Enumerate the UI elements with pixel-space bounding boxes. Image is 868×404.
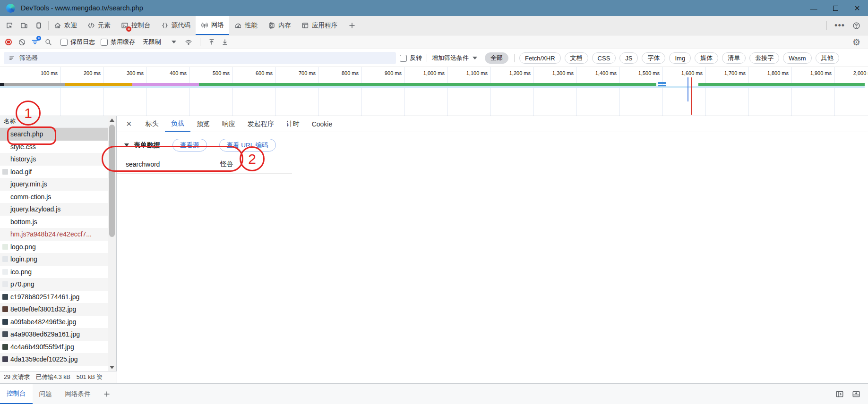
name-column-header[interactable]: 名称 — [0, 116, 116, 127]
network-row[interactable]: comm-ction.js — [0, 191, 108, 203]
more-filters-dropdown-icon[interactable] — [473, 57, 477, 59]
drawer-tab-issues[interactable]: 问题 — [33, 384, 59, 404]
detail-tab-cookie[interactable]: Cookie — [306, 116, 339, 132]
filter-chip-other[interactable]: 其他 — [816, 52, 839, 64]
expand-drawer-icon[interactable] — [852, 390, 860, 398]
network-row[interactable]: c1978b8025174461.jpg — [0, 291, 108, 303]
network-row[interactable]: p70.png — [0, 278, 108, 291]
network-row[interactable]: history.js — [0, 153, 108, 166]
filter-chip-js[interactable]: JS — [619, 52, 638, 64]
search-button[interactable] — [42, 36, 55, 48]
filter-row: 筛选器 反转 增加筛选条件 全部 Fetch/XHR文档CSSJS字体Img媒体… — [0, 49, 868, 67]
filter-input[interactable]: 筛选器 — [4, 52, 396, 64]
filter-chip-media[interactable]: 媒体 — [695, 52, 718, 64]
filter-chip-manifest[interactable]: 清单 — [722, 52, 746, 64]
network-row[interactable]: login.png — [0, 253, 108, 266]
help-icon[interactable] — [852, 22, 860, 30]
timeline-tick-label: 500 ms — [192, 70, 230, 76]
network-row[interactable]: ico.png — [0, 266, 108, 278]
network-row[interactable]: jquery.lazyload.js — [0, 203, 108, 216]
network-row[interactable]: jquery.min.js — [0, 178, 108, 191]
filter-chip-fetch-xhr[interactable]: Fetch/XHR — [519, 52, 561, 64]
network-row[interactable]: bottom.js — [0, 216, 108, 228]
throttling-select[interactable]: 无限制 — [143, 38, 161, 46]
overview-response-strip — [0, 86, 865, 88]
filter-chip-socket[interactable]: 套接字 — [749, 52, 779, 64]
invert-checkbox[interactable] — [400, 55, 407, 62]
clear-button[interactable] — [15, 36, 28, 48]
network-row[interactable]: 4c4a6b490f55f94f.jpg — [0, 341, 108, 354]
resource-thumbnail — [2, 306, 8, 312]
filter-chip-wasm[interactable]: Wasm — [783, 52, 811, 64]
network-row[interactable]: style.css — [0, 141, 108, 153]
preserve-log-checkbox[interactable] — [60, 39, 68, 46]
close-button[interactable]: × — [846, 0, 868, 16]
request-name: search.php — [10, 130, 43, 138]
detail-tab-initiator[interactable]: 发起程序 — [241, 116, 280, 132]
device-toolbar-icon[interactable] — [20, 22, 28, 29]
detail-tab-payload[interactable]: 负载 — [165, 116, 190, 132]
more-filters-button[interactable]: 增加筛选条件 — [432, 54, 469, 62]
tab-application[interactable]: 应用程序 — [296, 16, 343, 35]
tab-network[interactable]: 网络 — [196, 16, 229, 35]
add-panel-button[interactable] — [343, 16, 361, 35]
filter-toggle-button[interactable]: × — [28, 36, 42, 48]
detail-tab-timing[interactable]: 计时 — [280, 116, 306, 132]
network-row[interactable]: logo.png — [0, 241, 108, 253]
detail-tab-headers[interactable]: 标头 — [139, 116, 165, 132]
focus-panel-icon[interactable] — [35, 22, 43, 29]
filter-chip-css[interactable]: CSS — [592, 52, 616, 64]
scrollbar-thumb[interactable] — [109, 125, 115, 237]
close-detail-icon[interactable]: × — [122, 116, 136, 132]
tab-sources[interactable]: 源代码 — [156, 16, 196, 35]
detail-tab-response[interactable]: 响应 — [216, 116, 241, 132]
throttling-dropdown-icon[interactable] — [172, 41, 176, 43]
plus-icon — [348, 22, 356, 29]
network-row[interactable]: a09fabe482496f3e.jpg — [0, 316, 108, 328]
import-har-button[interactable] — [205, 36, 218, 48]
tab-elements[interactable]: 元素 — [82, 16, 116, 35]
drawer-tab-console[interactable]: 控制台 — [0, 384, 33, 404]
drawer-tab-network-conditions[interactable]: 网络条件 — [59, 384, 97, 404]
dock-side-icon[interactable] — [835, 390, 844, 398]
view-urlencoded-button[interactable]: 查看 URL 编码 — [219, 139, 276, 152]
view-source-button[interactable]: 查看源 — [172, 139, 207, 152]
filter-chip-img[interactable]: Img — [669, 52, 691, 64]
record-button[interactable] — [2, 36, 15, 48]
invert-label: 反转 — [410, 54, 422, 62]
tab-welcome[interactable]: 欢迎 — [49, 16, 82, 35]
network-row[interactable]: hm.js?a948b247e42eccf7... — [0, 228, 108, 241]
tab-memory[interactable]: 内存 — [263, 16, 296, 35]
tabbar-right: ••• — [826, 16, 868, 35]
timeline-gridline — [834, 67, 835, 116]
network-row[interactable]: a4a9038ed629a161.jpg — [0, 328, 108, 341]
network-conditions-icon[interactable] — [182, 36, 195, 48]
filter-chip-font[interactable]: 字体 — [642, 52, 665, 64]
request-rows: search.phpstyle.csshistory.jsload.gifjqu… — [0, 128, 108, 366]
network-row-selected[interactable]: search.php — [0, 128, 108, 141]
collapse-caret-icon[interactable] — [124, 143, 129, 147]
disable-cache-checkbox[interactable] — [101, 39, 108, 46]
export-har-button[interactable] — [218, 36, 232, 48]
request-name: a09fabe482496f3e.jpg — [10, 318, 76, 326]
scroll-up-icon[interactable] — [108, 116, 116, 124]
maximize-button[interactable] — [825, 0, 846, 16]
network-row[interactable]: 8e08ef8ef3801d32.jpg — [0, 303, 108, 316]
detail-tab-preview[interactable]: 预览 — [190, 116, 216, 132]
tab-performance[interactable]: 性能 — [229, 16, 263, 35]
timeline-overview[interactable]: 100 ms200 ms300 ms400 ms500 ms600 ms700 … — [0, 67, 868, 116]
form-data-title[interactable]: 表单数据 — [134, 141, 160, 150]
filter-chip-all[interactable]: 全部 — [485, 52, 508, 64]
tab-label: 应用程序 — [312, 21, 337, 30]
minimize-button[interactable]: — — [803, 0, 825, 16]
filter-chip-doc[interactable]: 文档 — [565, 52, 588, 64]
settings-gear-icon[interactable]: ⚙ — [852, 37, 860, 48]
request-list-scrollbar[interactable] — [108, 116, 116, 371]
network-row[interactable]: load.gif — [0, 166, 108, 178]
more-options-icon[interactable]: ••• — [834, 21, 845, 31]
tab-console[interactable]: ×控制台 — [116, 16, 156, 35]
add-drawer-tab-button[interactable] — [97, 384, 116, 404]
scroll-down-icon[interactable] — [108, 363, 116, 371]
inspect-element-icon[interactable] — [6, 22, 13, 29]
network-row[interactable]: 4da1359cdef10225.jpg — [0, 353, 108, 366]
